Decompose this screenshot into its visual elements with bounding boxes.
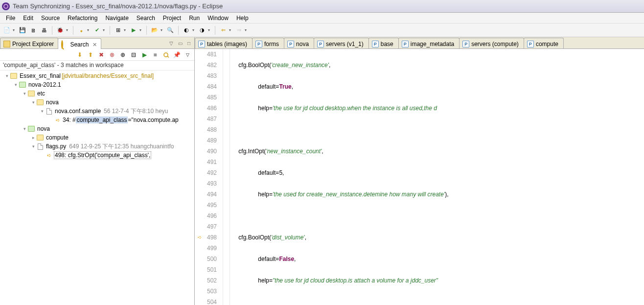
python-file-icon xyxy=(36,142,44,150)
tab-label: image_metadata xyxy=(411,41,454,47)
twisty-icon[interactable]: ▾ xyxy=(13,82,19,87)
menu-window[interactable]: Window xyxy=(204,14,232,23)
tab-search[interactable]: Search ✕ xyxy=(58,38,101,49)
menu-edit[interactable]: Edit xyxy=(19,14,37,23)
tree-folder-nova[interactable]: ▾ nova xyxy=(0,124,194,133)
twisty-icon[interactable]: ▾ xyxy=(39,109,45,114)
tree-file-flags[interactable]: ▾ flags.py 649 12-9-25 下午12:35 huangchua… xyxy=(0,142,194,151)
tree-folder-nova2012[interactable]: ▾ nova-2012.1 xyxy=(0,80,194,89)
twisty-icon[interactable]: ▾ xyxy=(30,144,36,149)
editor-tab[interactable]: Pforms xyxy=(252,38,284,48)
coverage-button[interactable]: ▶ xyxy=(129,25,138,35)
tree-match-line-selected[interactable]: ➪ 498: cfg.StrOpt('compute_api_class', xyxy=(0,151,194,160)
project-folder-icon xyxy=(10,72,18,80)
menu-project[interactable]: Project xyxy=(159,14,185,23)
twisty-icon[interactable]: ▸ xyxy=(30,135,36,140)
tree-label: nova.conf.sample xyxy=(54,108,102,115)
tree-file-confsample[interactable]: ▾ nova.conf.sample 56 12-7-4 下午8:10 heyu xyxy=(0,107,194,116)
stop-icon[interactable]: ■ xyxy=(151,51,159,59)
open-type-button[interactable]: 📂 xyxy=(150,25,160,35)
forward-button[interactable]: ⇒ xyxy=(234,25,244,35)
search-results-tree[interactable]: ▾ Essex_src_final [jdvirtual/branches/Es… xyxy=(0,70,194,305)
python-icon: P xyxy=(527,41,534,47)
view-menu-icon[interactable]: ▽ xyxy=(168,40,175,47)
python-icon: P xyxy=(462,41,469,47)
fold-column[interactable] xyxy=(223,49,230,305)
menu-search[interactable]: Search xyxy=(133,14,159,23)
menu-bar: File Edit Source Refactoring Navigate Se… xyxy=(0,13,644,23)
next-annotation-button[interactable]: ◑ xyxy=(197,25,207,35)
tab-project-explorer[interactable]: Project Explorer xyxy=(0,38,58,48)
rerun-icon[interactable]: ▶ xyxy=(140,51,148,59)
python-icon: P xyxy=(402,41,409,47)
save-button[interactable]: 💾 xyxy=(18,25,27,35)
project-explorer-icon xyxy=(3,41,10,47)
new-button[interactable]: 📄 xyxy=(2,25,12,35)
toggle-button[interactable]: ⊞ xyxy=(113,25,123,35)
match-arrow-icon: ➪ xyxy=(54,116,62,124)
editor-tab[interactable]: Pcompute xyxy=(524,38,564,48)
prev-annotation-button[interactable]: ◐ xyxy=(182,25,191,35)
menu-help[interactable]: Help xyxy=(232,14,253,23)
tree-folder-etc[interactable]: ▾ etc xyxy=(0,89,194,98)
search-button[interactable]: 🔍 xyxy=(165,25,175,35)
search-icon xyxy=(61,41,68,48)
code-editor[interactable]: 481482483484 485486487488 489490491492 4… xyxy=(195,49,644,305)
tree-label: compute xyxy=(45,134,69,141)
tab-label: Project Explorer xyxy=(12,41,54,47)
tree-project-root[interactable]: ▾ Essex_src_final [jdvirtual/branches/Es… xyxy=(0,71,194,80)
menu-run[interactable]: Run xyxy=(185,14,204,23)
pin-icon[interactable]: 📌 xyxy=(173,51,181,59)
save-all-button[interactable]: 🗎 xyxy=(28,25,38,35)
close-icon[interactable]: ✕ xyxy=(92,42,97,48)
editor-tab[interactable]: Pimage_metadata xyxy=(398,38,460,48)
debug-button[interactable]: 🐞 xyxy=(55,25,65,35)
python-icon: P xyxy=(317,41,324,47)
run-checked-button[interactable]: ✔ xyxy=(92,25,102,35)
code-content[interactable]: cfg.BoolOpt('create_new_instance', defau… xyxy=(230,49,644,305)
twisty-icon[interactable]: ▾ xyxy=(30,100,36,105)
twisty-icon[interactable]: ▾ xyxy=(22,91,27,96)
menu-refactoring[interactable]: Refactoring xyxy=(64,14,101,23)
print-button[interactable]: 🖶 xyxy=(39,25,49,35)
tree-folder-etc-nova[interactable]: ▾ nova xyxy=(0,98,194,107)
maximize-icon[interactable]: □ xyxy=(185,40,192,47)
match-text: 498: cfg.StrOpt('compute_api_class', xyxy=(54,151,151,159)
tree-folder-compute[interactable]: ▸ compute xyxy=(0,133,194,142)
debug-dropdown[interactable]: ▾ xyxy=(66,28,70,32)
view-menu-dropdown-icon[interactable]: ▽ xyxy=(184,51,191,59)
menu-file[interactable]: File xyxy=(2,14,19,23)
twisty-icon[interactable]: ▾ xyxy=(4,73,10,78)
editor-tab[interactable]: Pservers (v1_1) xyxy=(314,38,369,48)
editor-tab[interactable]: Pservers (compute) xyxy=(459,38,524,48)
title-bar: Team Synchronizing - Essex_src_final/nov… xyxy=(0,0,644,13)
tab-label: base xyxy=(381,41,393,47)
tree-label: nova xyxy=(36,125,51,132)
expand-all-icon[interactable]: ⊕ xyxy=(119,51,127,59)
new-package-dropdown[interactable]: ▾ xyxy=(87,28,91,32)
new-package-button[interactable]: ⬥ xyxy=(76,25,86,35)
menu-navigate[interactable]: Navigate xyxy=(101,14,132,23)
remove-match-icon[interactable]: ✖ xyxy=(97,51,105,59)
collapse-all-icon[interactable]: ⊟ xyxy=(130,51,138,59)
minimize-icon[interactable]: ▭ xyxy=(177,40,184,47)
next-match-icon[interactable]: ⬇ xyxy=(76,51,84,59)
left-panel: Project Explorer Search ✕ ▽ ▭ □ ⬇ ⬆ ✖ ⊗ … xyxy=(0,37,195,305)
tree-meta: 56 12-7-4 下午8:10 heyu xyxy=(104,107,168,116)
prev-match-icon[interactable]: ⬆ xyxy=(87,51,94,59)
tree-match-line[interactable]: ➪ 34: # compute_api_class="nova.compute.… xyxy=(0,116,194,124)
tree-label: nova xyxy=(45,99,60,106)
twisty-icon[interactable]: ▾ xyxy=(22,126,27,131)
back-button[interactable]: ⇐ xyxy=(218,25,228,35)
editor-tab[interactable]: Ptables (images) xyxy=(195,38,253,48)
menu-source[interactable]: Source xyxy=(37,14,64,23)
folder-icon xyxy=(36,134,44,141)
search-summary: 'compute_api_class' - 3 matches in works… xyxy=(0,61,194,70)
new-dropdown[interactable]: ▾ xyxy=(13,28,17,32)
python-icon: P xyxy=(287,41,294,47)
match-arrow-icon: ➪ xyxy=(45,151,53,159)
editor-tab[interactable]: Pbase xyxy=(368,38,399,48)
history-icon[interactable] xyxy=(162,51,170,59)
editor-tab[interactable]: Pnova xyxy=(284,38,314,48)
remove-all-icon[interactable]: ⊗ xyxy=(108,51,116,59)
